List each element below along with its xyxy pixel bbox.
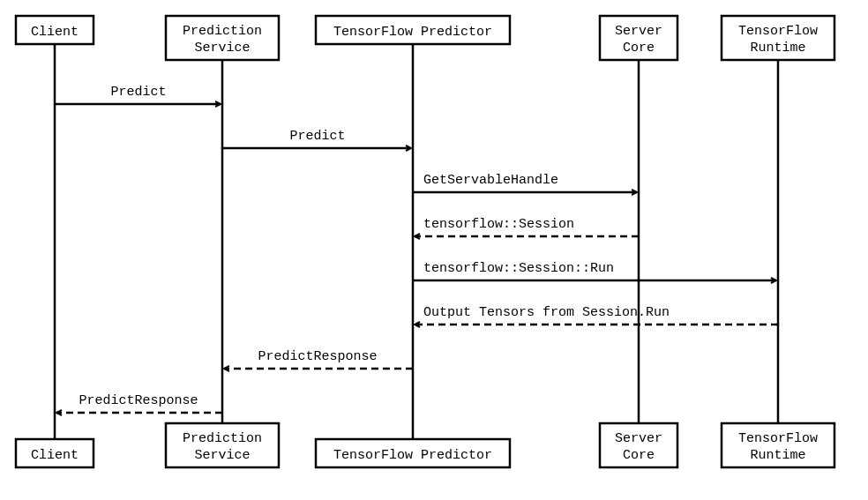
tf-runtime-label-top-2: Runtime <box>750 41 805 56</box>
prediction-service-label-bottom-1: Prediction <box>183 431 262 446</box>
tf-runtime-label-top-1: TensorFlow <box>738 24 818 39</box>
participant-tf-predictor-bottom: TensorFlow Predictor <box>316 439 510 467</box>
message-predict-1: Predict <box>55 85 221 104</box>
message-output-tensors: Output Tensors from Session.Run <box>415 305 778 325</box>
client-label-bottom: Client <box>31 448 79 463</box>
prediction-service-label-top-1: Prediction <box>183 24 262 39</box>
server-core-label-bottom-2: Core <box>623 448 655 463</box>
participant-client-bottom: Client <box>16 439 94 467</box>
server-core-label-top-1: Server <box>615 24 662 39</box>
svg-text:Predict: Predict <box>110 85 166 100</box>
client-label-top: Client <box>31 25 79 40</box>
tf-predictor-label-bottom: TensorFlow Predictor <box>333 448 492 463</box>
message-get-servable-handle: GetServableHandle <box>413 173 637 192</box>
participant-server-core-bottom: Server Core <box>600 423 677 467</box>
svg-text:tensorflow::Session::Run: tensorflow::Session::Run <box>423 261 614 276</box>
svg-text:GetServableHandle: GetServableHandle <box>423 173 558 188</box>
participant-tf-runtime-top: TensorFlow Runtime <box>722 16 834 60</box>
tf-predictor-label-top: TensorFlow Predictor <box>333 25 492 40</box>
message-predict-response-2: PredictResponse <box>56 393 222 413</box>
svg-text:Output Tensors from Session.Ru: Output Tensors from Session.Run <box>423 305 670 320</box>
participant-tf-runtime-bottom: TensorFlow Runtime <box>722 423 834 467</box>
participant-client-top: Client <box>16 16 94 44</box>
participant-prediction-service-bottom: Prediction Service <box>166 423 279 467</box>
svg-text:tensorflow::Session: tensorflow::Session <box>423 217 574 232</box>
participant-prediction-service-top: Prediction Service <box>166 16 279 60</box>
server-core-label-top-2: Core <box>623 41 655 56</box>
message-predict-2: Predict <box>222 129 411 148</box>
svg-text:PredictResponse: PredictResponse <box>258 349 377 364</box>
server-core-label-bottom-1: Server <box>615 431 662 446</box>
svg-text:PredictResponse: PredictResponse <box>79 393 198 408</box>
message-predict-response-1: PredictResponse <box>224 349 413 369</box>
prediction-service-label-top-2: Service <box>194 41 250 56</box>
prediction-service-label-bottom-2: Service <box>194 448 250 463</box>
participant-tf-predictor-top: TensorFlow Predictor <box>316 16 510 44</box>
tf-runtime-label-bottom-1: TensorFlow <box>738 431 818 446</box>
participant-server-core-top: Server Core <box>600 16 677 60</box>
svg-text:Predict: Predict <box>289 129 345 144</box>
message-session-run: tensorflow::Session::Run <box>413 261 776 280</box>
message-tensorflow-session: tensorflow::Session <box>415 217 639 236</box>
tf-runtime-label-bottom-2: Runtime <box>750 448 805 463</box>
